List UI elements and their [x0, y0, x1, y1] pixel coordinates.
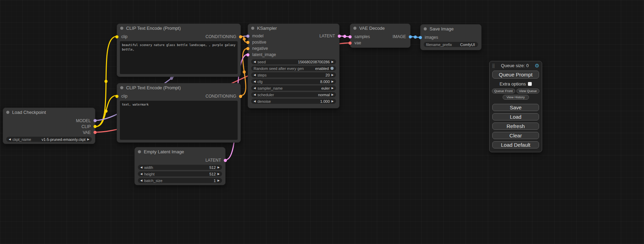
widget-value: v1-5-pruned-emaonly.ckpt [42, 137, 86, 142]
node-ksampler[interactable]: KSampler model LATENT positive negative … [248, 24, 339, 108]
node-clip-text-encode-positive[interactable]: CLIP Text Encode (Prompt) clip CONDITION… [117, 24, 241, 77]
seed-widget[interactable]: ◀ seed 156680208700286 ▶ [251, 59, 336, 64]
prompt-textarea[interactable]: beautiful scenery nature glass bottle la… [120, 41, 238, 74]
arrow-right-icon[interactable]: ▶ [332, 74, 334, 76]
link-dot [243, 71, 246, 74]
arrow-left-icon[interactable]: ◀ [254, 93, 256, 96]
vae-input-dot[interactable] [349, 42, 352, 45]
denoise-widget[interactable]: ◀ denoise 1.000 ▶ [251, 99, 336, 104]
images-input-dot[interactable] [419, 36, 422, 39]
model-input-dot[interactable] [246, 35, 249, 38]
arrow-right-icon[interactable]: ▶ [332, 93, 334, 96]
collapse-dot-icon[interactable] [138, 150, 141, 153]
latent-output-dot[interactable] [224, 159, 227, 162]
cfg-widget[interactable]: ◀ cfg 8.000 ▶ [251, 79, 336, 84]
width-widget[interactable]: ◀ width 512 ▶ [138, 165, 222, 170]
widget-name: height [144, 172, 155, 176]
gear-icon[interactable]: ⚙ [535, 63, 539, 68]
clip-output-dot[interactable] [94, 125, 97, 128]
height-widget[interactable]: ◀ height 512 ▶ [138, 171, 222, 177]
view-queue-button[interactable]: View Queue [517, 89, 540, 93]
node-title-bar[interactable]: KSampler [248, 24, 339, 32]
sampler-name-widget[interactable]: ◀ sampler_name euler ▶ [251, 85, 336, 91]
clip-input-dot[interactable] [115, 35, 118, 38]
arrow-left-icon[interactable]: ◀ [254, 100, 256, 103]
collapse-dot-icon[interactable] [251, 27, 254, 30]
arrow-right-icon[interactable]: ▶ [332, 100, 334, 103]
conditioning-output-dot[interactable] [239, 35, 242, 38]
collapse-dot-icon[interactable] [120, 27, 123, 30]
queue-front-button[interactable]: Queue Front [492, 89, 515, 93]
drag-handle-icon[interactable]: ⣿ [492, 64, 495, 68]
queue-size-label: Queue size: 0 [495, 63, 535, 68]
refresh-button[interactable]: Refresh [492, 123, 539, 130]
node-save-image[interactable]: Save Image images filename_prefix ComfyU… [420, 24, 482, 50]
arrow-left-icon[interactable]: ◀ [254, 80, 256, 83]
scheduler-widget[interactable]: ◀ scheduler normal ▶ [251, 92, 336, 97]
batch-size-widget[interactable]: ◀ batch_size 1 ▶ [138, 178, 222, 183]
node-title: Save Image [430, 26, 453, 31]
extra-options-checkbox[interactable] [528, 82, 532, 86]
positive-input-dot[interactable] [246, 41, 249, 44]
arrow-right-icon[interactable]: ▶ [332, 61, 334, 63]
widget-value: 1 [214, 179, 216, 183]
negative-input-dot[interactable] [246, 47, 249, 50]
arrow-left-icon[interactable]: ◀ [254, 61, 256, 63]
random-seed-widget[interactable]: Random seed after every gen enabled [251, 66, 336, 71]
load-button[interactable]: Load [492, 113, 539, 120]
vae-output-dot[interactable] [94, 131, 97, 134]
prompt-textarea[interactable]: text, watermark [120, 101, 238, 140]
save-button[interactable]: Save [492, 104, 539, 111]
arrow-left-icon[interactable]: ◀ [140, 173, 142, 175]
model-output-dot[interactable] [94, 119, 97, 122]
toggle-dot-icon[interactable] [330, 67, 334, 70]
latent-output-dot[interactable] [338, 35, 341, 38]
latent-image-input-dot[interactable] [246, 53, 249, 56]
arrow-right-icon[interactable]: ▶ [218, 166, 220, 169]
collapse-dot-icon[interactable] [120, 86, 123, 89]
arrow-right-icon[interactable]: ▶ [87, 138, 89, 141]
link-dot [105, 80, 108, 83]
arrow-right-icon[interactable]: ▶ [218, 173, 220, 175]
widget-name: steps [257, 73, 266, 77]
view-history-button[interactable]: View History [503, 95, 529, 100]
arrow-left-icon[interactable]: ◀ [254, 87, 256, 90]
arrow-left-icon[interactable]: ◀ [140, 179, 142, 182]
clip-input-dot[interactable] [115, 95, 118, 98]
widget-value: euler [321, 86, 329, 90]
node-graph-canvas[interactable]: Load Checkpoint MODEL CLIP VAE ◀ ckpt_na… [0, 0, 644, 244]
clear-button[interactable]: Clear [492, 132, 539, 139]
arrow-left-icon[interactable]: ◀ [140, 166, 142, 169]
collapse-dot-icon[interactable] [6, 111, 9, 114]
conditioning-output-dot[interactable] [239, 95, 242, 98]
node-title-bar[interactable]: Save Image [421, 25, 481, 33]
queue-panel[interactable]: ⣿ Queue size: 0 ⚙ Queue Prompt Extra opt… [489, 61, 542, 152]
node-title-bar[interactable]: VAE Decode [350, 24, 410, 32]
node-title-bar[interactable]: CLIP Text Encode (Prompt) [117, 83, 240, 92]
steps-widget[interactable]: ◀ steps 20 ▶ [251, 72, 336, 78]
collapse-dot-icon[interactable] [353, 27, 356, 30]
slot-row: MODEL [3, 118, 95, 124]
node-title-bar[interactable]: Load Checkpoint [3, 108, 95, 116]
arrow-right-icon[interactable]: ▶ [218, 179, 220, 182]
ckpt-name-widget[interactable]: ◀ ckpt_name v1-5-pruned-emaonly.ckpt ▶ [6, 137, 92, 142]
arrow-right-icon[interactable]: ▶ [332, 80, 334, 83]
filename-prefix-widget[interactable]: filename_prefix ComfyUI [424, 42, 478, 47]
collapse-dot-icon[interactable] [424, 27, 427, 30]
node-title-bar[interactable]: CLIP Text Encode (Prompt) [117, 24, 240, 32]
queue-prompt-button[interactable]: Queue Prompt [492, 71, 539, 79]
arrow-right-icon[interactable]: ▶ [332, 87, 334, 90]
node-clip-text-encode-negative[interactable]: CLIP Text Encode (Prompt) clip CONDITION… [117, 83, 241, 143]
widget-value: 512 [209, 165, 215, 170]
node-vae-decode[interactable]: VAE Decode samples IMAGE vae [350, 24, 411, 48]
node-load-checkpoint[interactable]: Load Checkpoint MODEL CLIP VAE ◀ ckpt_na… [3, 108, 95, 144]
samples-input-dot[interactable] [349, 35, 352, 38]
arrow-left-icon[interactable]: ◀ [254, 74, 256, 76]
slot-label-images: images [425, 35, 438, 40]
link-dot [243, 38, 246, 41]
image-output-dot[interactable] [409, 35, 412, 38]
node-empty-latent-image[interactable]: Empty Latent Image LATENT ◀ width 512 ▶ … [134, 147, 226, 185]
load-default-button[interactable]: Load Default [492, 141, 539, 148]
node-title-bar[interactable]: Empty Latent Image [135, 147, 225, 156]
arrow-left-icon[interactable]: ◀ [9, 138, 11, 141]
